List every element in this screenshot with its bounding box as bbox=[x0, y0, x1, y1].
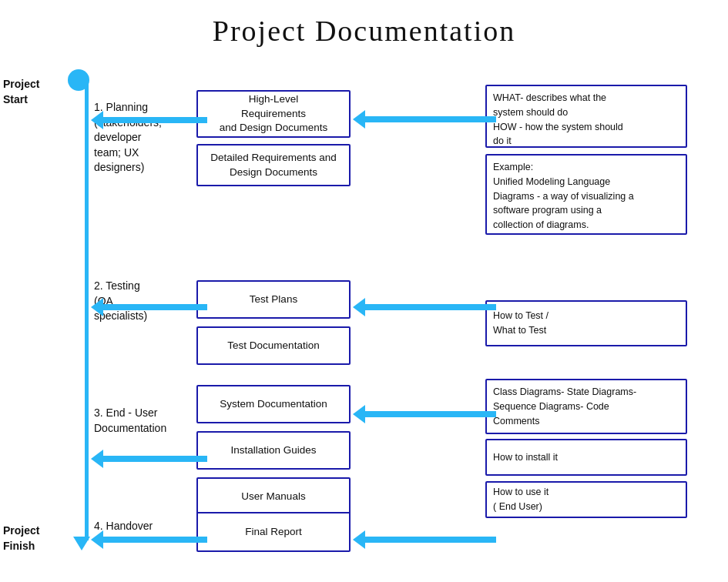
timeline-circle bbox=[68, 69, 89, 91]
arrow-system-doc bbox=[353, 405, 496, 423]
project-finish-label: ProjectFinish bbox=[3, 523, 71, 554]
box-how-to-use: How to use it ( End User) bbox=[485, 481, 687, 518]
arrow-to-timeline-planning bbox=[91, 111, 207, 129]
arrow-to-timeline-enduser bbox=[91, 450, 207, 468]
arrow-handover bbox=[353, 530, 496, 549]
project-start-label: ProjectStart bbox=[3, 77, 71, 107]
page-title: Project Documentation bbox=[0, 0, 728, 55]
step-enduser-label: 3. End - UserDocumentation bbox=[94, 406, 179, 436]
box-high-level: High-Level Requirements and Design Docum… bbox=[196, 90, 351, 138]
arrow-planning bbox=[353, 110, 496, 129]
box-how-to-test: How to Test / What to Test bbox=[485, 300, 687, 346]
box-what-how: WHAT- describes what the system should d… bbox=[485, 85, 687, 148]
box-final-report: Final Report bbox=[196, 512, 351, 552]
box-example-uml: Example: Unified Modeling Language Diagr… bbox=[485, 154, 687, 235]
diagram-container: ProjectStart ProjectFinish 1. Planning(s… bbox=[0, 55, 728, 582]
box-test-plans: Test Plans bbox=[196, 280, 351, 319]
arrow-to-timeline-handover bbox=[91, 530, 207, 549]
arrow-to-timeline-testing bbox=[91, 298, 207, 316]
box-system-doc: System Documentation bbox=[196, 385, 351, 423]
timeline-arrow bbox=[73, 537, 90, 550]
box-class-diagrams: Class Diagrams- State Diagrams- Sequence… bbox=[485, 379, 687, 434]
box-user-manuals: User Manuals bbox=[196, 477, 351, 516]
box-detailed-req: Detailed Requirements and Design Documen… bbox=[196, 144, 351, 186]
timeline-line bbox=[85, 79, 89, 540]
box-test-doc: Test Documentation bbox=[196, 326, 351, 365]
box-how-to-install: How to install it bbox=[485, 439, 687, 476]
arrow-testing bbox=[353, 298, 496, 316]
box-install-guides: Installation Guides bbox=[196, 431, 351, 470]
